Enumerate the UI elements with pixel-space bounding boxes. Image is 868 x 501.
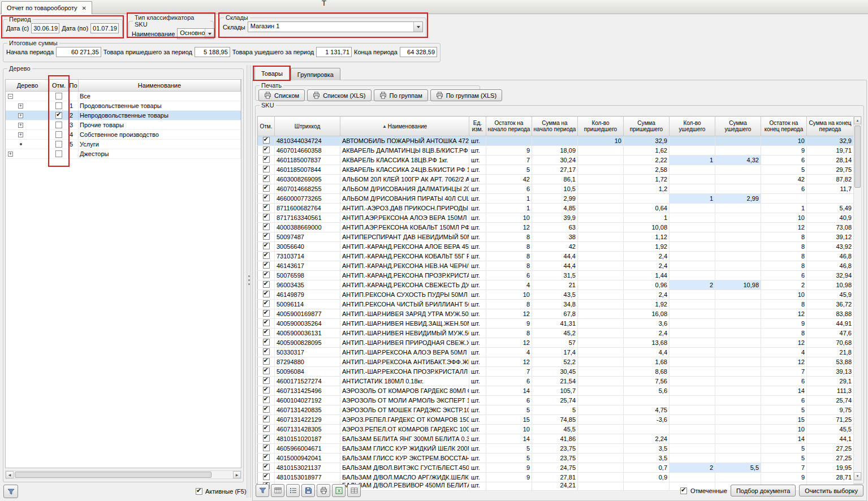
- sku-row[interactable]: 96003435АНТИП.-КАРАНД.РЕКСОНА СВЕЖЕСТЬ Д…: [258, 280, 854, 290]
- sku-row-checkbox[interactable]: [263, 146, 270, 153]
- sku-row-checkbox[interactable]: [263, 387, 270, 394]
- sku-row[interactable]: 4810153018977БАЛЬЗАМ Д/ВОЛ.МАСЛО АРГ/ЖИД…: [258, 473, 854, 482]
- sku-column-header[interactable]: Ед. изм.: [469, 116, 486, 136]
- collapse-icon[interactable]: −: [8, 94, 13, 99]
- sku-row-checkbox[interactable]: [263, 281, 270, 288]
- sku-row-checkbox[interactable]: [263, 310, 270, 317]
- sku-row-checkbox[interactable]: [263, 291, 270, 297]
- sku-column-header[interactable]: Кол-во пришедшего: [578, 116, 624, 136]
- clear-selection-button[interactable]: Очистить выборку: [799, 485, 863, 496]
- sku-row[interactable]: 4607131428305АЭРОЗ.РЕПЕЛ.ОТ КОМАРОВ ГАРД…: [258, 425, 854, 434]
- sku-row[interactable]: 4601185007844АКВАРЕЛЬ КЛАССИКА 24ЦВ.Б/КИ…: [258, 165, 854, 175]
- expand-icon[interactable]: +: [18, 103, 23, 109]
- tree-row-name[interactable]: Джесторы: [79, 149, 241, 158]
- sku-row[interactable]: 4607014660358АКВАРЕЛЬ ДАЛМАТИНЦЫ 8ЦВ.Б/К…: [258, 146, 854, 156]
- date-to-input[interactable]: 01.07.19: [90, 23, 119, 33]
- sku-row-checkbox[interactable]: [263, 195, 270, 201]
- sku-row-checkbox[interactable]: [263, 185, 270, 192]
- document-tab[interactable]: Отчет по товарообороту ✕: [1, 1, 92, 14]
- tree-column-header[interactable]: Наименование: [79, 80, 241, 91]
- sku-row[interactable]: 4601185007837АКВАРЕЛЬ КЛАССИКА 18ЦВ.РФ 1…: [258, 156, 854, 165]
- sku-row[interactable]: 87294880АНТИП.-ШАР.РЕКСОНА АНТИБАКТ.ЭФФ.…: [258, 357, 854, 367]
- sku-row-checkbox[interactable]: [263, 204, 270, 211]
- sku-row-checkbox[interactable]: [263, 223, 270, 230]
- sku-column-header[interactable]: Отм.: [258, 116, 275, 136]
- sku-row[interactable]: 4810344034724АВТОМОБИЛЬ ПОЖАРНЫЙ АНТОШКА…: [258, 136, 854, 146]
- sku-row-checkbox[interactable]: [263, 271, 270, 278]
- filter-tool-button[interactable]: [256, 484, 269, 497]
- sku-row-checkbox[interactable]: [263, 233, 270, 240]
- chevron-down-icon[interactable]: [413, 22, 422, 32]
- sku-row[interactable]: 4607131420835АЭРОЗОЛЬ ОТ МОШЕК ГАРДЭКС Э…: [258, 405, 854, 415]
- sku-row[interactable]: 4605966004671БАЛЬЗАМ ГЛИСС КУР ЖИДКИЙ ШЕ…: [258, 444, 854, 454]
- sku-row[interactable]: 4810151020187БАЛЬЗАМ БЕЛИТА ЯНГ 300МЛ БЕ…: [258, 434, 854, 444]
- tab-close-icon[interactable]: ✕: [82, 5, 87, 11]
- sku-row[interactable]: 4600171527274АНТИСТАТИК 180МЛ 0.18кг.шт.…: [258, 377, 854, 386]
- sku-row[interactable]: 4005900169877АНТИП.-ШАР.НИВЕЯ ЗАРЯД УТРА…: [258, 309, 854, 319]
- sku-row-checkbox[interactable]: [263, 406, 270, 413]
- print-button[interactable]: По группам (XLS): [430, 89, 502, 101]
- sku-vertical-scrollbar[interactable]: ▲ ▼: [853, 116, 862, 481]
- panel-splitter[interactable]: [247, 65, 251, 498]
- tree-row[interactable]: +2Непродовольственные товары: [6, 111, 241, 120]
- sku-column-header[interactable]: Сумма на конец периода: [807, 116, 854, 136]
- tree-row[interactable]: +Джесторы: [6, 149, 241, 159]
- save-tool-button[interactable]: [301, 484, 315, 497]
- sku-column-header[interactable]: Сумма ушедшего: [715, 116, 761, 136]
- warehouses-select[interactable]: Магазин 1: [248, 21, 423, 32]
- sku-row[interactable]: 4660000773265АЛЬБОМ Д/РИСОВАНИЯ ПИРАТЫ 4…: [258, 194, 854, 204]
- sku-row[interactable]: 73103714АНТИП.-КАРАНД.РЕКСОНА КОБАЛЬТ 55…: [258, 252, 854, 261]
- tree-row-checkbox[interactable]: [55, 141, 62, 148]
- excel-tool-button[interactable]: X: [332, 484, 346, 497]
- sku-row-checkbox[interactable]: [263, 348, 270, 355]
- sku-row-checkbox[interactable]: [263, 464, 270, 470]
- sku-row-checkbox[interactable]: [263, 454, 270, 461]
- sku-row[interactable]: 4607014668255АЛЬБОМ Д/РИСОВАНИЯ ДАЛМАТИН…: [258, 184, 854, 194]
- sku-row-checkbox[interactable]: [263, 243, 270, 249]
- sku-row[interactable]: 30056640АНТИП.-КАРАНД.РЕКСОНА АЛОЕ ВЕРА …: [258, 242, 854, 252]
- scroll-up-icon[interactable]: ▲: [854, 116, 861, 124]
- sku-column-header[interactable]: Сумма пришедшего: [624, 116, 670, 136]
- sku-row-checkbox[interactable]: [263, 435, 270, 442]
- tree-row-checkbox[interactable]: [55, 112, 62, 119]
- sku-column-header[interactable]: Остаток на конец периода: [761, 116, 807, 136]
- sku-row-checkbox[interactable]: [263, 166, 270, 172]
- tree-row-name[interactable]: Прочие товары: [79, 120, 241, 129]
- tab-tovary[interactable]: Товары: [254, 66, 290, 80]
- sku-column-header[interactable]: ▲Наименование: [340, 116, 469, 136]
- sku-row[interactable]: 50096084АНТИП.-ШАР.РЕКСОНА ПРОЗР.КРИСТАЛ…: [258, 367, 854, 377]
- pick-document-button[interactable]: Подбор документа: [731, 485, 796, 496]
- marked-checkbox[interactable]: [680, 487, 687, 494]
- sku-row[interactable]: 50097487АНТИПЕРСПИРАНТ ДАВ НЕВИДИМЫЙ 50М…: [258, 232, 854, 242]
- sku-row-checkbox[interactable]: [263, 137, 270, 144]
- tree-row-name[interactable]: Собственное производство: [79, 130, 241, 139]
- scroll-down-icon[interactable]: ▼: [854, 472, 861, 480]
- tree-row-name[interactable]: Услуги: [79, 140, 241, 149]
- sku-row-checkbox[interactable]: [263, 175, 270, 182]
- tree-row[interactable]: 5Услуги: [6, 140, 241, 149]
- expand-icon[interactable]: +: [8, 152, 13, 157]
- sku-column-header[interactable]: Остаток на начало периода: [486, 116, 532, 136]
- tree-row-checkbox[interactable]: [55, 122, 62, 128]
- scrollbar-thumb[interactable]: [15, 472, 211, 478]
- scroll-right-icon[interactable]: ▶: [233, 471, 241, 478]
- sku-row[interactable]: 4005900035264АНТИП.-ШАР.НИВЕЯ НЕВИД.ЗАЩ.…: [258, 319, 854, 329]
- tree-filter-button[interactable]: [3, 485, 18, 498]
- print-button[interactable]: Списком (XLS): [307, 89, 371, 101]
- sku-row[interactable]: 4600104027192АЭРОЗОЛЬ ОТ МОЛИ АРМОЛЬ ЭКС…: [258, 396, 854, 405]
- classifier-select[interactable]: Основной: [177, 28, 214, 39]
- tree-column-header[interactable]: По: [68, 80, 79, 91]
- sku-row-checkbox[interactable]: [263, 396, 270, 403]
- sku-row-checkbox[interactable]: [263, 156, 270, 163]
- sku-row[interactable]: 46143617АНТИП.-КАРАНД.РЕКСОНА НЕВ.НА ЧЕР…: [258, 261, 854, 271]
- sku-row-checkbox[interactable]: [263, 358, 270, 365]
- tree-row[interactable]: +1Продовольственные товары: [6, 101, 241, 111]
- scroll-left-icon[interactable]: ◀: [6, 471, 14, 478]
- sku-row-checkbox[interactable]: [263, 473, 270, 480]
- sku-row-checkbox[interactable]: [263, 425, 270, 432]
- sku-row-checkbox[interactable]: [263, 339, 270, 345]
- expand-icon[interactable]: +: [18, 113, 23, 118]
- sku-row-checkbox[interactable]: [263, 377, 270, 384]
- sku-row[interactable]: 4607131422129АЭРОЗ.РЕПЕЛ.ГАРДЕКС ОТ КОМА…: [258, 415, 854, 425]
- sku-row-checkbox[interactable]: [263, 214, 270, 221]
